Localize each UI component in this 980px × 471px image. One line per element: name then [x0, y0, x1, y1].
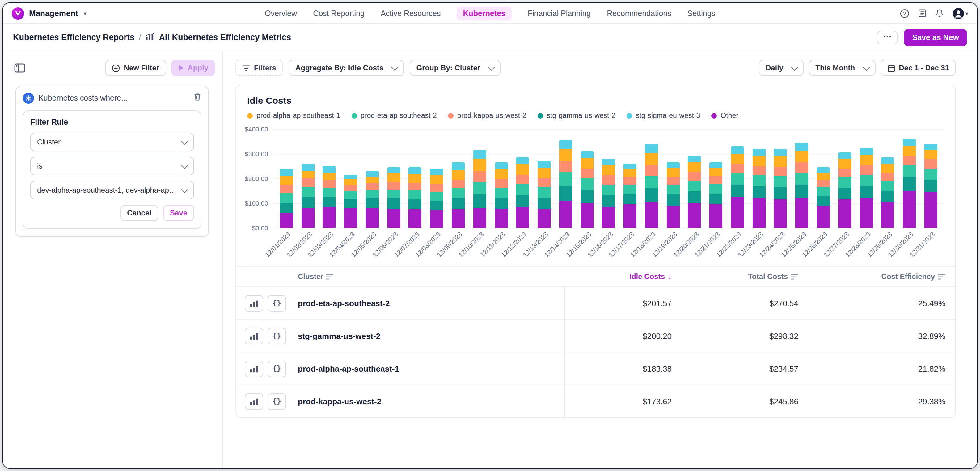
bar-segment-prod-alpha-ap-southeast-1 — [731, 154, 744, 164]
granularity-select[interactable]: Daily — [759, 60, 803, 76]
legend-label: prod-kappa-us-west-2 — [457, 112, 527, 119]
bar-segment-stg-sigma-eu-west-3 — [774, 149, 787, 156]
bar-segment-stg-gamma-us-west-2 — [602, 195, 615, 207]
view-code-button[interactable]: {} — [267, 327, 286, 344]
chevron-down-icon: ▾ — [84, 10, 86, 16]
bar-segment-prod-kappa-us-west-2 — [881, 173, 894, 181]
apply-filters-button[interactable]: Apply — [171, 60, 215, 76]
nav-item-settings[interactable]: Settings — [687, 9, 715, 17]
filter-operator-value: is — [37, 162, 42, 170]
more-options-button[interactable]: ··· — [877, 30, 898, 44]
delete-filter-icon[interactable] — [193, 93, 201, 104]
sort-desc-arrow-icon: ↓ — [668, 272, 672, 281]
header-cost-efficiency[interactable]: Cost Efficiency — [808, 272, 955, 281]
aggregate-by-label: Aggregate By: Idle Costs — [295, 63, 383, 72]
legend-item-other[interactable]: Other — [711, 112, 738, 119]
header-idle-costs[interactable]: Idle Costs ↓ — [564, 272, 682, 281]
bar-12/29/2023 — [881, 157, 894, 228]
view-code-button[interactable]: {} — [267, 393, 286, 409]
group-by-select[interactable]: Group By: Cluster — [409, 60, 501, 76]
workspace-switcher[interactable]: Management ▾ — [12, 7, 104, 19]
bar-12/03/2023 — [323, 166, 336, 228]
bar-segment-prod-kappa-us-west-2 — [924, 159, 937, 168]
bar-12/15/2023 — [581, 151, 593, 228]
bar-segment-stg-gamma-us-west-2 — [688, 191, 701, 203]
bar-12/21/2023 — [710, 162, 722, 228]
view-code-button[interactable]: {} — [267, 295, 286, 311]
filter-value-select[interactable]: dev-alpha-ap-southeast-1, dev-alpha-ap-s… — [30, 181, 194, 200]
view-chart-button[interactable] — [245, 393, 263, 409]
chart-title: Idle Costs — [247, 95, 944, 106]
nav-item-financial-planning[interactable]: Financial Planning — [528, 9, 591, 17]
legend-item-prod-kappa-us-west-2[interactable]: prod-kappa-us-west-2 — [448, 112, 527, 119]
period-select[interactable]: This Month — [808, 60, 875, 76]
date-range-picker[interactable]: Dec 1 - Dec 31 — [880, 60, 956, 76]
save-button[interactable]: Save — [163, 205, 194, 221]
filter-field-select[interactable]: Cluster — [30, 133, 194, 151]
user-avatar[interactable]: ▾ — [953, 7, 968, 19]
bar-chart-icon — [250, 299, 258, 307]
bar-segment-other — [731, 197, 744, 228]
nav-item-overview[interactable]: Overview — [265, 9, 297, 17]
header-idle-costs-label: Idle Costs — [629, 272, 665, 281]
bar-segment-prod-eta-ap-southeast-2 — [559, 172, 572, 186]
view-chart-button[interactable] — [245, 327, 263, 344]
header-total-costs-label: Total Costs — [748, 272, 788, 281]
filter-operator-select[interactable]: is — [30, 157, 194, 175]
header-cluster[interactable]: Cluster — [298, 272, 564, 281]
breadcrumb-separator: / — [139, 33, 141, 42]
bar-segment-prod-alpha-ap-southeast-1 — [924, 150, 937, 159]
bar-segment-prod-eta-ap-southeast-2 — [301, 187, 314, 197]
bar-segment-prod-kappa-us-west-2 — [409, 183, 422, 190]
view-chart-button[interactable] — [245, 295, 263, 311]
bar-segment-stg-sigma-eu-west-3 — [667, 162, 679, 168]
legend-item-stg-sigma-eu-west-3[interactable]: stg-sigma-eu-west-3 — [627, 112, 700, 119]
bar-segment-prod-kappa-us-west-2 — [323, 180, 336, 188]
filter-card: Kubernetes costs where... Filter Rule Cl… — [16, 86, 209, 237]
table-row-prod-eta-ap-southeast-2: {}prod-eta-ap-southeast-2$201.57$270.542… — [236, 286, 955, 319]
nav-item-kubernetes[interactable]: Kubernetes — [457, 6, 512, 20]
cancel-button[interactable]: Cancel — [120, 205, 158, 221]
bar-segment-stg-gamma-us-west-2 — [860, 186, 873, 198]
bar-segment-prod-eta-ap-southeast-2 — [774, 176, 787, 187]
total-cost-value: $245.86 — [682, 385, 808, 417]
bar-segment-other — [366, 208, 379, 228]
y-tick-label: $300.00 — [245, 150, 268, 157]
bar-segment-stg-sigma-eu-west-3 — [624, 163, 636, 168]
legend-dot-icon — [448, 113, 453, 118]
legend-dot-icon — [711, 113, 717, 118]
bar-segment-stg-sigma-eu-west-3 — [430, 168, 443, 175]
filters-button[interactable]: Filters — [235, 60, 283, 76]
collapse-sidebar-button[interactable] — [14, 63, 25, 73]
legend-item-prod-eta-ap-southeast-2[interactable]: prod-eta-ap-southeast-2 — [351, 112, 437, 119]
bar-segment-other — [860, 198, 873, 228]
aggregate-by-select[interactable]: Aggregate By: Idle Costs — [289, 60, 404, 76]
brand-logo-icon — [12, 7, 24, 19]
bar-segment-prod-eta-ap-southeast-2 — [344, 191, 357, 199]
filters-label: Filters — [254, 63, 276, 72]
nav-item-recommendations[interactable]: Recommendations — [607, 9, 671, 17]
notifications-bell-icon[interactable] — [935, 9, 945, 18]
bar-segment-prod-alpha-ap-southeast-1 — [881, 163, 894, 173]
view-chart-button[interactable] — [245, 360, 263, 377]
legend-item-prod-alpha-ap-southeast-1[interactable]: prod-alpha-ap-southeast-1 — [247, 112, 340, 119]
bar-segment-prod-alpha-ap-southeast-1 — [688, 162, 701, 171]
breadcrumb-parent[interactable]: Kubernetes Efficiency Reports — [13, 33, 134, 42]
changelog-icon[interactable] — [918, 9, 927, 18]
bar-segment-stg-gamma-us-west-2 — [838, 188, 851, 200]
bar-segment-stg-sigma-eu-west-3 — [688, 156, 701, 162]
nav-item-active-resources[interactable]: Active Resources — [381, 9, 441, 17]
nav-item-cost-reporting[interactable]: Cost Reporting — [313, 9, 364, 17]
legend-item-stg-gamma-us-west-2[interactable]: stg-gamma-us-west-2 — [538, 112, 616, 119]
help-icon[interactable]: ? — [900, 8, 910, 18]
bar-12/09/2023 — [452, 162, 465, 228]
legend-label: stg-gamma-us-west-2 — [547, 112, 616, 119]
new-filter-button[interactable]: New Filter — [105, 60, 166, 76]
bar-segment-stg-gamma-us-west-2 — [710, 194, 722, 204]
x-axis-labels: 12/01/202312/02/202312/03/202312/04/2023… — [273, 228, 944, 266]
bar-12/05/2023 — [366, 171, 379, 228]
header-total-costs[interactable]: Total Costs — [682, 272, 808, 281]
view-code-button[interactable]: {} — [267, 360, 286, 377]
cost-efficiency-value: 25.49% — [808, 287, 955, 319]
save-as-new-button[interactable]: Save as New — [904, 29, 967, 46]
